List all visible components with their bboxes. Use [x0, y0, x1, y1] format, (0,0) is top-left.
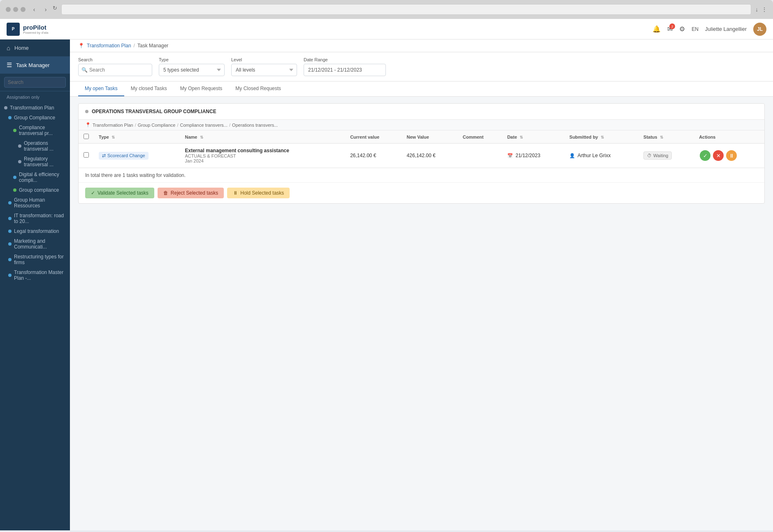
tree-item-marketing[interactable]: Marketing and Communicati...: [0, 236, 70, 252]
person-icon: 👤: [569, 153, 575, 158]
tree-dot-transformation-master: [8, 274, 12, 277]
tree-item-group-compliance-2[interactable]: Group compliance: [0, 185, 70, 195]
sidebar-item-home[interactable]: ⌂ Home: [0, 39, 70, 56]
browser-refresh-button[interactable]: ↻: [53, 5, 57, 14]
task-section-title: OPERATIONS TRANSVERSAL GROUP COMPLIANCE: [92, 109, 216, 114]
browser-forward-button[interactable]: ›: [41, 5, 50, 14]
tree-label-group-human-resources: Group Human Ressources: [14, 197, 66, 209]
top-nav: P proPilot Powered by d'ata 🔔 ✉ 2 ⚙ EN J…: [0, 19, 773, 39]
logo-text-block: proPilot Powered by d'ata: [23, 24, 49, 35]
browser-nav: ‹ › ↻: [30, 5, 57, 14]
sort-status-icon[interactable]: ⇅: [660, 135, 663, 139]
section-dot: [85, 110, 88, 113]
browser-url-bar[interactable]: [61, 4, 751, 15]
avatar[interactable]: JL: [753, 23, 766, 36]
tree-dot-transformation-plan: [4, 106, 7, 109]
tree-item-digital-efficiency[interactable]: Digital & efficiency compli...: [0, 170, 70, 185]
tree-item-compliance-transversal[interactable]: Compliance transversal pr...: [0, 123, 70, 138]
sidebar-item-task-manager[interactable]: ☰ Task Manager: [0, 56, 70, 74]
filter-level-select[interactable]: All levels: [231, 64, 297, 76]
sort-type-icon[interactable]: ⇅: [111, 135, 115, 139]
browser-back-button[interactable]: ‹: [30, 5, 39, 14]
td-checkbox: [79, 144, 94, 168]
tree-item-regulatory-transversal[interactable]: Regulatory transversal ...: [0, 154, 70, 170]
settings-icon[interactable]: ⚙: [679, 25, 685, 33]
row-checkbox[interactable]: [84, 152, 89, 158]
notification-icon[interactable]: 🔔: [652, 25, 661, 33]
tab-my-open-requests[interactable]: My Open Requests: [174, 81, 229, 96]
tree-item-transformation-plan[interactable]: Transformation Plan: [0, 103, 70, 113]
th-current-value: Current value: [345, 130, 402, 144]
hold-row-button[interactable]: ⏸: [726, 150, 737, 161]
sort-name-icon[interactable]: ⇅: [200, 135, 203, 139]
mail-badge: 2: [669, 23, 675, 29]
browser-menu-icon: ⋮: [761, 6, 767, 13]
tree-item-it-transformation[interactable]: IT transformation: road to 20...: [0, 211, 70, 226]
select-all-checkbox[interactable]: [84, 134, 89, 139]
td-comment: [458, 144, 502, 168]
table-row: ⇄ Scorecard Change External management c…: [79, 144, 764, 168]
sidebar-search-input[interactable]: [4, 77, 66, 88]
reject-row-button[interactable]: ✕: [713, 150, 724, 161]
task-table-head: Type ⇅ Name ⇅ Current value Ne: [79, 130, 764, 144]
language-selector[interactable]: EN: [692, 26, 699, 32]
breadcrumb-link-transformation-plan[interactable]: Transformation Plan: [87, 43, 131, 49]
reject-icon: 🗑: [163, 190, 168, 196]
tree-label-group-compliance: Group Compliance: [14, 115, 55, 121]
th-new-value: New Value: [402, 130, 458, 144]
tree-item-group-human-resources[interactable]: Group Human Ressources: [0, 195, 70, 211]
filter-date-input[interactable]: [304, 64, 386, 76]
filter-search-input[interactable]: [78, 64, 152, 76]
breadcrumb-bar: 📍 Transformation Plan / Task Manager: [70, 39, 773, 52]
validate-label: Validate Selected tasks: [97, 190, 149, 196]
tab-my-open-tasks[interactable]: My open Tasks: [78, 81, 124, 96]
sort-submitted-icon[interactable]: ⇅: [601, 135, 604, 139]
tree-label-compliance-transversal: Compliance transversal pr...: [19, 125, 66, 136]
tree-item-transformation-master[interactable]: Transformation Master Plan -...: [0, 267, 70, 283]
task-sub2: Jan 2024: [185, 158, 341, 163]
mail-icon[interactable]: ✉ 2: [667, 25, 673, 33]
sidebar: ⌂ Home ☰ Task Manager Assignation only T…: [0, 39, 70, 530]
section-breadcrumb-sep-3: /: [229, 123, 230, 128]
tree-label-legal-transformation: Legal transformation: [14, 228, 59, 234]
tab-my-closed-requests[interactable]: My Closed Requests: [229, 81, 288, 96]
type-badge: ⇄ Scorecard Change: [99, 152, 149, 160]
waiting-icon: ⏱: [647, 153, 652, 158]
search-icon: 🔍: [81, 67, 88, 73]
validate-selected-button[interactable]: ✓ Validate Selected tasks: [85, 188, 154, 198]
validate-row-button[interactable]: ✓: [700, 150, 710, 161]
filter-type-group: Type 5 types selected: [159, 57, 225, 76]
th-type: Type ⇅: [94, 130, 180, 144]
section-breadcrumb-4: Operations transvers...: [232, 123, 278, 128]
tree-dot-compliance-transversal: [13, 129, 16, 132]
reject-label: Reject Selected tasks: [171, 190, 218, 196]
task-sub1: ACTUALS & FORECAST: [185, 153, 341, 158]
browser-dots: [6, 7, 26, 12]
breadcrumb-current-task-manager: Task Manager: [137, 43, 168, 49]
breadcrumb-sep-1: /: [134, 43, 135, 49]
tree-dot-legal-transformation: [8, 230, 12, 233]
status-label: Waiting: [653, 153, 668, 158]
content-area: 📍 Transformation Plan / Task Manager Sea…: [70, 39, 773, 530]
td-type: ⇄ Scorecard Change: [94, 144, 180, 168]
filter-search-wrap: 🔍: [78, 64, 152, 76]
sort-date-icon[interactable]: ⇅: [520, 135, 523, 139]
filter-date-label: Date Range: [304, 57, 386, 62]
tree-item-group-compliance[interactable]: Group Compliance: [0, 113, 70, 123]
tree-dot-regulatory-transversal: [18, 160, 21, 163]
filter-level-group: Level All levels: [231, 57, 297, 76]
filter-level-label: Level: [231, 57, 297, 62]
tree-item-restructuring[interactable]: Restructuring types for firms: [0, 252, 70, 267]
filter-type-select[interactable]: 5 types selected: [159, 64, 225, 76]
tree-label-regulatory-transversal: Regulatory transversal ...: [24, 156, 66, 167]
th-checkbox: [79, 130, 94, 144]
tree-item-legal-transformation[interactable]: Legal transformation: [0, 226, 70, 236]
actions-cell: ✓ ✕ ⏸: [699, 150, 759, 161]
reject-selected-button[interactable]: 🗑 Reject Selected tasks: [158, 188, 224, 198]
tree-label-it-transformation: IT transformation: road to 20...: [14, 213, 66, 224]
browser-download-icon: ↓: [755, 6, 758, 13]
hold-selected-button[interactable]: ⏸ Hold Selected tasks: [227, 188, 290, 198]
task-section-header: OPERATIONS TRANSVERSAL GROUP COMPLIANCE: [79, 104, 764, 120]
tree-item-operations-transversal[interactable]: Operations transversal ...: [0, 138, 70, 154]
tab-my-closed-tasks[interactable]: My closed Tasks: [124, 81, 174, 96]
